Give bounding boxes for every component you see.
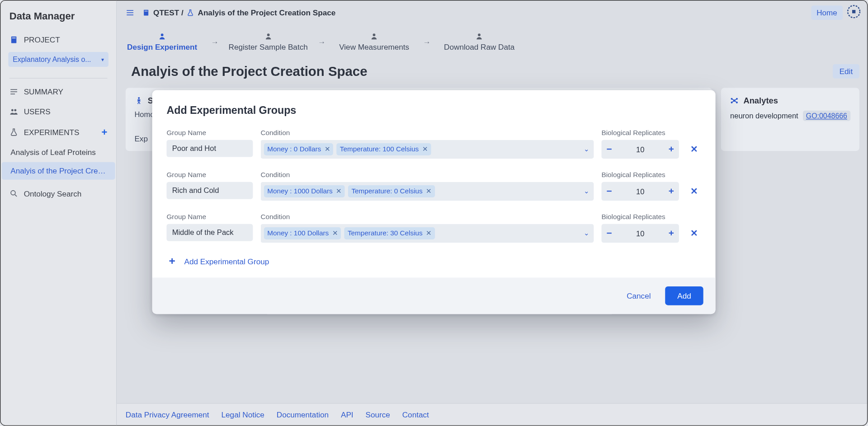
group-name-label: Group Name <box>166 171 253 178</box>
add-group-button[interactable]: + Add Experimental Group <box>166 255 701 267</box>
add-group-label: Add Experimental Group <box>184 257 269 266</box>
group-name-input[interactable] <box>166 182 253 199</box>
condition-label: Condition <box>261 171 594 178</box>
replicates-stepper: − 10 + <box>601 140 679 159</box>
chip-label: Temperature: 100 Celsius <box>340 145 419 153</box>
increment-button[interactable]: + <box>664 224 679 243</box>
group-name-label: Group Name <box>166 213 253 220</box>
chip-label: Money : 100 Dollars <box>267 229 329 237</box>
decrement-button[interactable]: − <box>601 224 617 243</box>
group-name-input[interactable] <box>166 140 253 157</box>
condition-select[interactable]: Money : 1000 Dollars✕ Temperature: 0 Cel… <box>261 182 594 201</box>
add-groups-modal: Add Experimental Groups Group Name Condi… <box>152 90 716 314</box>
replicates-label: Biological Replicates <box>601 129 679 136</box>
chip-remove-icon[interactable]: ✕ <box>325 145 330 153</box>
condition-chip: Temperature: 0 Celsius✕ <box>348 185 435 197</box>
plus-icon: + <box>166 255 177 267</box>
replicates-stepper: − 10 + <box>601 224 679 243</box>
chip-remove-icon[interactable]: ✕ <box>332 229 338 237</box>
modal-footer: Cancel Add <box>152 277 716 314</box>
chip-label: Money : 1000 Dollars <box>267 187 333 195</box>
replicates-value: 10 <box>617 229 664 237</box>
add-button[interactable]: Add <box>665 286 703 305</box>
chip-remove-icon[interactable]: ✕ <box>336 187 341 195</box>
replicates-label: Biological Replicates <box>601 171 679 178</box>
delete-row-button[interactable]: ✕ <box>687 223 701 242</box>
replicates-stepper: − 10 + <box>601 182 679 201</box>
condition-chip: Money : 1000 Dollars✕ <box>264 185 345 197</box>
delete-row-button[interactable]: ✕ <box>687 139 701 158</box>
modal-title: Add Experimental Groups <box>166 104 701 117</box>
decrement-button[interactable]: − <box>601 182 617 201</box>
chevron-down-icon[interactable]: ⌄ <box>584 145 589 153</box>
cancel-button[interactable]: Cancel <box>621 287 656 304</box>
group-row: Group Name Condition Money : 100 Dollars… <box>166 213 701 243</box>
chip-remove-icon[interactable]: ✕ <box>426 187 431 195</box>
group-name-label: Group Name <box>166 129 253 136</box>
condition-select[interactable]: Money : 0 Dollars✕ Temperature: 100 Cels… <box>261 140 594 159</box>
chip-remove-icon[interactable]: ✕ <box>426 229 431 237</box>
increment-button[interactable]: + <box>664 182 679 201</box>
group-row: Group Name Condition Money : 0 Dollars✕ … <box>166 129 701 159</box>
condition-label: Condition <box>261 129 594 136</box>
chip-label: Money : 0 Dollars <box>267 145 321 153</box>
chevron-down-icon[interactable]: ⌄ <box>584 187 589 195</box>
modal-overlay: Add Experimental Groups Group Name Condi… <box>0 0 867 425</box>
chevron-down-icon[interactable]: ⌄ <box>584 229 589 237</box>
chip-label: Temperature: 30 Celsius <box>348 229 423 237</box>
condition-chip: Money : 0 Dollars✕ <box>264 143 333 155</box>
group-name-input[interactable] <box>166 224 253 241</box>
group-row: Group Name Condition Money : 1000 Dollar… <box>166 171 701 201</box>
replicates-label: Biological Replicates <box>601 213 679 220</box>
condition-select[interactable]: Money : 100 Dollars✕ Temperature: 30 Cel… <box>261 224 594 243</box>
condition-chip: Temperature: 100 Celsius✕ <box>337 143 431 155</box>
increment-button[interactable]: + <box>664 140 679 159</box>
decrement-button[interactable]: − <box>601 140 617 159</box>
replicates-value: 10 <box>617 145 664 153</box>
chip-label: Temperature: 0 Celsius <box>351 187 422 195</box>
replicates-value: 10 <box>617 187 664 195</box>
condition-chip: Money : 100 Dollars✕ <box>264 227 341 239</box>
condition-chip: Temperature: 30 Celsius✕ <box>344 227 435 239</box>
chip-remove-icon[interactable]: ✕ <box>422 145 428 153</box>
condition-label: Condition <box>261 213 594 220</box>
delete-row-button[interactable]: ✕ <box>687 181 701 200</box>
